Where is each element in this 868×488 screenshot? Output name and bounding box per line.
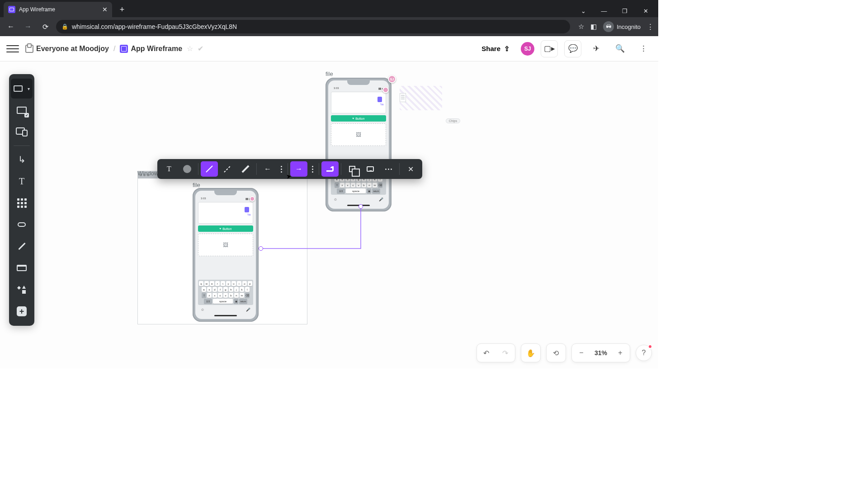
canvas[interactable]: ▾ ✔ ↳ T + Chips file 3:03▮▮ ▸ Tab Button… [0, 61, 658, 369]
incognito-label: Incognito [617, 23, 641, 30]
tab-title: App Wireframe [19, 6, 55, 13]
comments-button[interactable]: 💬 [564, 40, 581, 57]
search-button[interactable]: 🔍 [611, 40, 628, 57]
toolbar-separator [14, 145, 30, 146]
browser-tab[interactable]: App Wireframe ✕ [4, 2, 112, 17]
arrow-right-icon: → [295, 165, 302, 173]
incognito-badge[interactable]: 🕶 Incognito [603, 21, 641, 32]
link-icon [18, 222, 26, 227]
browser-menu-icon[interactable]: ⋮ [647, 23, 654, 31]
send-button[interactable]: ✈ [588, 40, 605, 57]
ctx-duplicate-button[interactable] [344, 161, 361, 177]
nav-back-button[interactable]: ← [5, 20, 17, 33]
phone-frame-2[interactable]: 3:03▮▮ ▸ Tab Button 🖼 qwertyuiop asdfghj… [193, 188, 259, 322]
wf-tag-icon [377, 97, 382, 102]
ctx-arrow-end-button[interactable]: → [290, 161, 307, 177]
present-button[interactable]: ▢▸ [541, 40, 558, 57]
window-close-icon[interactable]: ✕ [639, 8, 652, 14]
breadcrumb-file[interactable]: App Wireframe [120, 45, 182, 53]
bookmark-star-icon[interactable]: ☆ [578, 23, 584, 31]
tool-add[interactable]: + [12, 301, 32, 321]
wf-image-placeholder[interactable]: 🖼 [198, 234, 253, 256]
ctx-line-thick-button[interactable] [237, 161, 254, 177]
tool-components[interactable] [12, 280, 32, 300]
kb-row-4: 123space◉return [332, 188, 385, 193]
favorite-star-icon[interactable]: ☆ [187, 44, 193, 53]
team-icon [25, 45, 33, 53]
elbow-route-icon [326, 166, 334, 172]
ctx-color-button[interactable] [179, 161, 196, 177]
tool-draw[interactable] [12, 236, 32, 256]
ctx-comment-button[interactable] [362, 161, 379, 177]
canvas-hatched-shape[interactable] [400, 86, 442, 110]
wf-button-label: Button [355, 117, 364, 120]
canvas-list-shape[interactable] [400, 93, 406, 102]
tab-close-icon[interactable]: ✕ [102, 6, 108, 13]
ctx-arrow-end-more[interactable] [308, 161, 316, 177]
ctx-text-button[interactable]: T [160, 161, 178, 177]
kb-bottom-row: ☺🎤 [331, 197, 386, 202]
dots-vertical-icon [312, 166, 313, 173]
wf-image-placeholder[interactable]: 🖼 [331, 123, 386, 146]
zoom-out-button[interactable]: − [572, 343, 591, 362]
breadcrumb-workspace[interactable]: Everyone at Moodjoy [25, 45, 109, 53]
tool-connector[interactable]: ↳ [12, 150, 32, 169]
zoom-level[interactable]: 31% [591, 349, 611, 357]
ctx-separator [319, 163, 319, 175]
ctx-arrow-start-more[interactable] [277, 161, 285, 177]
wf-card[interactable]: Tab [198, 202, 253, 224]
nav-reload-button[interactable]: ⟳ [39, 20, 52, 33]
pan-hand-button[interactable]: ✋ [521, 343, 540, 362]
app-menu-button[interactable]: ⋮ [635, 40, 652, 57]
ctx-line-solid-button[interactable] [201, 161, 218, 177]
ctx-more-button[interactable] [380, 161, 397, 177]
ctx-routing-elbow-button[interactable] [321, 161, 339, 177]
window-maximize-icon[interactable]: ❐ [618, 8, 631, 14]
phone-notch [347, 80, 370, 85]
hamburger-menu-button[interactable] [6, 42, 19, 55]
grid-icon [17, 198, 27, 208]
image-icon: 🖼 [356, 131, 361, 138]
ctx-arrow-start-button[interactable]: ← [259, 161, 276, 177]
phone-notch [214, 191, 237, 195]
tool-icons-grid[interactable] [12, 193, 32, 213]
wf-card[interactable]: Tab [331, 92, 386, 113]
phone2-label: file [193, 182, 200, 188]
window-tabs-dropdown-icon[interactable]: ⌄ [577, 8, 590, 14]
tool-text[interactable]: T [12, 171, 32, 191]
tool-frame-dropdown[interactable]: ▾ [11, 79, 33, 99]
phone-time: 3:03 [334, 87, 339, 90]
ctx-separator [341, 163, 341, 175]
window-label: Window [137, 170, 158, 177]
extensions-icon[interactable]: ◧ [590, 23, 597, 31]
user-avatar[interactable]: SJ [521, 42, 534, 56]
url-input[interactable]: 🔒 whimsical.com/app-wireframe-Fudpau5J3c… [56, 20, 570, 33]
window-minimize-icon[interactable]: ― [598, 8, 610, 14]
help-button[interactable]: ? [636, 345, 652, 361]
mouse-cursor: ➤ [286, 172, 292, 180]
ctx-line-dashed-button[interactable] [219, 161, 236, 177]
tool-section[interactable] [12, 258, 32, 278]
text-icon: T [167, 165, 171, 173]
window-controls: ⌄ ― ❐ ✕ [577, 8, 658, 17]
share-button[interactable]: Share ⇪ [477, 42, 514, 56]
phone-frame-1[interactable]: 3:03▮▮ ▸ Tab Button 🖼 qwertyuiop asdfghj… [326, 78, 392, 211]
wf-button[interactable]: Button [331, 115, 386, 122]
wf-button[interactable]: Button [198, 225, 253, 232]
tool-link[interactable] [12, 215, 32, 235]
ctx-close-button[interactable]: ✕ [402, 161, 419, 177]
history-button[interactable]: ⟲ [547, 343, 566, 362]
zoom-in-button[interactable]: + [611, 343, 630, 362]
kb-bottom-row: ☺🎤 [198, 307, 253, 312]
breadcrumb-file-label: App Wireframe [131, 45, 182, 53]
new-tab-button[interactable]: + [116, 3, 128, 16]
redo-button[interactable]: ↷ [496, 343, 515, 362]
canvas-chips-element[interactable]: Chips [446, 118, 460, 123]
browser-tab-strip: App Wireframe ✕ + ⌄ ― ❐ ✕ [0, 0, 658, 17]
connector-handle-end[interactable] [259, 246, 263, 251]
home-indicator [214, 315, 237, 316]
tool-elements[interactable]: ✔ [12, 100, 32, 120]
connector-handle-start[interactable] [359, 204, 363, 209]
tool-devices[interactable] [12, 122, 32, 142]
undo-button[interactable]: ↶ [477, 343, 496, 362]
